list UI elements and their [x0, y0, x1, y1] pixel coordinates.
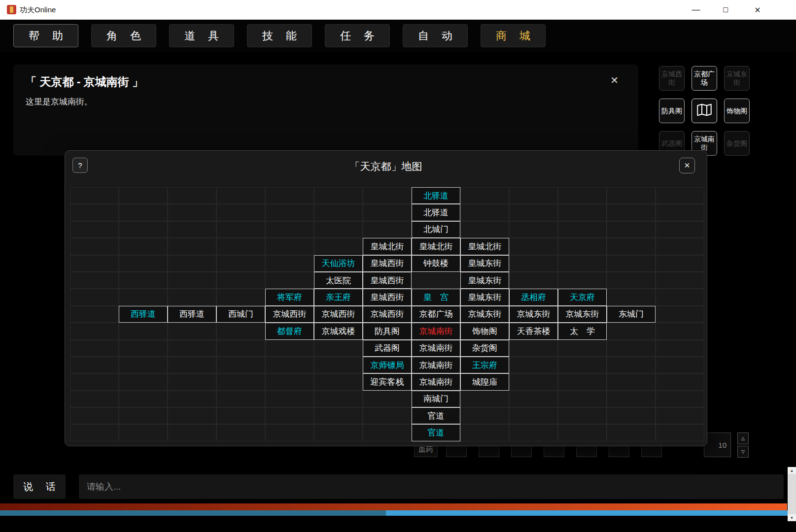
map-cell-京城戏楼[interactable]: 京城戏楼: [314, 323, 363, 339]
map-cell-empty: [265, 221, 314, 238]
nav-jingcheng-west[interactable]: 京城西街: [659, 66, 685, 91]
nav-jingcheng-east[interactable]: 京城东街: [724, 66, 750, 91]
map-cell-empty: [656, 187, 704, 204]
map-cell-西驿道[interactable]: 西驿道: [119, 306, 168, 323]
map-cell-太 学[interactable]: 太 学: [558, 323, 607, 339]
map-cell-empty: [119, 238, 168, 255]
scroll-down-icon[interactable]: ▼: [788, 514, 796, 521]
map-cell-官道[interactable]: 官道: [412, 407, 460, 424]
menu-shop[interactable]: 商 城: [481, 24, 546, 47]
map-cell-饰物阁[interactable]: 饰物阁: [460, 323, 509, 339]
map-cell-京城东街[interactable]: 京城东街: [558, 306, 607, 323]
scroll-up-icon[interactable]: ▲: [788, 467, 796, 474]
map-cell-天京府[interactable]: 天京府: [558, 289, 607, 305]
map-cell-empty: [509, 391, 558, 407]
chat-scrollbar[interactable]: [788, 467, 796, 521]
map-cell-京城西街[interactable]: 京城西街: [363, 306, 412, 323]
map-cell-北驿道[interactable]: 北驿道: [412, 187, 460, 204]
map-cell-京城南街[interactable]: 京城南街: [412, 340, 460, 357]
map-cell-天香茶楼[interactable]: 天香茶楼: [509, 323, 558, 339]
map-cell-钟鼓楼[interactable]: 钟鼓楼: [412, 255, 460, 272]
menu-help[interactable]: 帮 助: [13, 24, 78, 47]
map-close-button[interactable]: ✕: [679, 158, 695, 173]
quantity-down-button[interactable]: ▽: [737, 446, 749, 458]
hotbar-quantity-field[interactable]: 10: [704, 432, 731, 457]
map-cell-皇城东街[interactable]: 皇城东街: [460, 289, 509, 305]
map-cell-empty: [168, 204, 216, 221]
nav-jingdu-plaza[interactable]: 京都广场: [692, 66, 717, 91]
menu-auto[interactable]: 自 动: [403, 24, 468, 47]
map-cell-empty: [656, 424, 704, 441]
message-close-icon[interactable]: ✕: [610, 74, 619, 86]
map-cell-皇城西街[interactable]: 皇城西街: [363, 272, 412, 289]
nav-map-button[interactable]: [692, 99, 717, 123]
menu-character[interactable]: 角 色: [91, 24, 156, 47]
map-cell-京城东街[interactable]: 京城东街: [509, 306, 558, 323]
map-cell-empty: [168, 289, 216, 305]
map-cell-官道[interactable]: 官道: [412, 424, 460, 441]
map-cell-丞相府[interactable]: 丞相府: [509, 289, 558, 305]
chat-input[interactable]: [79, 474, 784, 499]
map-cell-empty: [607, 238, 656, 255]
quantity-up-button[interactable]: △: [737, 432, 749, 444]
map-cell-empty: [314, 407, 363, 424]
speak-button[interactable]: 说 话: [13, 474, 66, 499]
map-cell-empty: [558, 407, 607, 424]
map-cell-防具阁[interactable]: 防具阁: [363, 323, 412, 339]
map-cell-皇城北街[interactable]: 皇城北街: [460, 238, 509, 255]
map-cell-empty: [216, 424, 265, 441]
map-cell-皇城东街[interactable]: 皇城东街: [460, 255, 509, 272]
map-cell-京城西街[interactable]: 京城西街: [265, 306, 314, 323]
map-cell-王宗府[interactable]: 王宗府: [460, 357, 509, 373]
map-cell-皇城西街[interactable]: 皇城西街: [363, 289, 412, 305]
map-cell-empty: [656, 391, 704, 407]
minimize-button[interactable]: —: [685, 0, 707, 20]
map-cell-东城门[interactable]: 东城门: [607, 306, 656, 323]
map-cell-empty: [607, 272, 656, 289]
map-cell-empty: [168, 238, 216, 255]
map-cell-西城门[interactable]: 西城门: [216, 306, 265, 323]
map-cell-empty: [656, 289, 704, 305]
map-cell-京城南街[interactable]: 京城南街: [412, 373, 460, 390]
map-cell-empty: [168, 340, 216, 357]
map-cell-迎宾客栈[interactable]: 迎宾客栈: [363, 373, 412, 390]
map-cell-北驿道[interactable]: 北驿道: [412, 204, 460, 221]
map-cell-将军府[interactable]: 将军府: [265, 289, 314, 305]
nav-armor-shop[interactable]: 防具阁: [659, 99, 685, 123]
map-cell-天仙浴坊[interactable]: 天仙浴坊: [314, 255, 363, 272]
nav-grocery-shop[interactable]: 杂货阁: [724, 131, 750, 156]
map-cell-京师镖局[interactable]: 京师镖局: [363, 357, 412, 373]
map-cell-empty: [656, 323, 704, 339]
map-cell-南城门[interactable]: 南城门: [412, 391, 460, 407]
menu-items[interactable]: 道 具: [169, 24, 234, 47]
menu-skills[interactable]: 技 能: [247, 24, 312, 47]
map-cell-皇 宫[interactable]: 皇 宫: [412, 289, 460, 305]
map-cell-西驿道[interactable]: 西驿道: [168, 306, 216, 323]
close-window-button[interactable]: ✕: [746, 0, 769, 20]
map-cell-京城南街[interactable]: 京城南街: [412, 323, 460, 339]
map-cell-皇城北街[interactable]: 皇城北街: [412, 238, 460, 255]
map-icon: [697, 103, 712, 118]
map-cell-皇城东街[interactable]: 皇城东街: [460, 272, 509, 289]
map-cell-京城南街[interactable]: 京城南街: [412, 357, 460, 373]
map-cell-皇城西街[interactable]: 皇城西街: [363, 255, 412, 272]
map-cell-都督府[interactable]: 都督府: [265, 323, 314, 339]
map-cell-亲王府[interactable]: 亲王府: [314, 289, 363, 305]
map-cell-武器阁[interactable]: 武器阁: [363, 340, 412, 357]
map-cell-empty: [509, 204, 558, 221]
map-cell-太医院[interactable]: 太医院: [314, 272, 363, 289]
map-cell-京城西街[interactable]: 京城西街: [314, 306, 363, 323]
map-cell-empty: [216, 289, 265, 305]
map-cell-京都广场[interactable]: 京都广场: [412, 306, 460, 323]
menu-quests[interactable]: 任 务: [325, 24, 390, 47]
map-cell-京城东街[interactable]: 京城东街: [460, 306, 509, 323]
map-cell-empty: [168, 424, 216, 441]
map-cell-北城门[interactable]: 北城门: [412, 221, 460, 238]
map-cell-杂货阁[interactable]: 杂货阁: [460, 340, 509, 357]
map-cell-皇城北街[interactable]: 皇城北街: [363, 238, 412, 255]
map-cell-empty: [119, 424, 168, 441]
map-cell-城隍庙[interactable]: 城隍庙: [460, 373, 509, 390]
nav-accessory-shop[interactable]: 饰物阁: [724, 99, 750, 123]
map-cell-empty: [265, 340, 314, 357]
maximize-button[interactable]: ☐: [714, 0, 737, 20]
